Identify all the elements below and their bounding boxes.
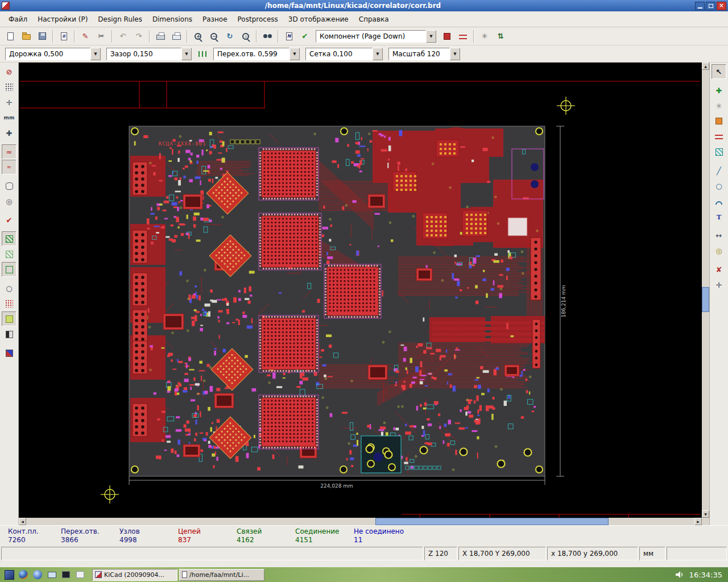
local-ratsnest-button[interactable]: ✳ <box>712 98 726 113</box>
print-button[interactable] <box>153 29 168 44</box>
zoom-select[interactable]: Масштаб 120 ▼ <box>388 48 460 60</box>
maximize-button[interactable] <box>706 2 715 10</box>
grid-dropdown-button[interactable]: ▼ <box>373 48 383 60</box>
mode-track-button[interactable] <box>456 29 470 44</box>
volume-icon[interactable] <box>675 571 684 579</box>
component-mode-select[interactable]: Компонент (Page Down) ▼ <box>316 30 436 43</box>
status-message-panel <box>1 547 423 560</box>
scroll-right-button[interactable]: ▶ <box>694 518 702 525</box>
add-line-button[interactable]: ╱ <box>712 163 726 178</box>
add-target-button[interactable]: ◎ <box>712 243 726 258</box>
terminal-button[interactable] <box>60 568 72 581</box>
auto-track-width-button[interactable] <box>195 47 210 61</box>
highlight-net-button[interactable]: ✚ <box>712 83 726 98</box>
vias-visibility-button[interactable]: ○ <box>2 281 16 296</box>
zoom-in-button[interactable]: + <box>191 29 205 44</box>
menu-dimensions[interactable]: Dimensions <box>147 13 197 26</box>
web-globe-button[interactable] <box>31 568 44 581</box>
track-width-dropdown-button[interactable]: ▼ <box>90 48 101 60</box>
pcb-canvas[interactable]: 224,028 mm186,214 mmКСЦА-ХХХХ-001 <box>19 63 702 518</box>
zoom-dropdown-button[interactable]: ▼ <box>450 48 460 60</box>
drc-off-button[interactable]: ⊘ <box>2 64 16 79</box>
track-width-select[interactable]: Дорожка 0,500 ▼ <box>5 48 101 60</box>
grid-visibility-button[interactable] <box>2 80 16 94</box>
layers-pair-button[interactable] <box>2 346 16 360</box>
mode-footprint-button[interactable] <box>440 29 454 44</box>
add-text-button[interactable]: T <box>712 209 726 224</box>
add-footprint-button[interactable] <box>712 114 726 128</box>
start-menu-button[interactable] <box>3 568 15 581</box>
menu-preferences[interactable]: Настройки (P) <box>32 13 93 26</box>
plot-button[interactable]: ✎ <box>78 29 93 44</box>
layer-manager-button[interactable] <box>2 311 16 326</box>
menu-postprocess[interactable]: Postprocess <box>233 13 283 26</box>
menu-file[interactable]: Файл <box>3 13 32 26</box>
terminal-icon <box>62 571 70 578</box>
zones-show-button[interactable] <box>2 231 16 246</box>
vertical-scrollbar[interactable]: ▲ ▼ <box>702 63 709 518</box>
scroll-left-button[interactable]: ◀ <box>19 518 26 525</box>
delete-items-button[interactable]: ✘ <box>712 262 726 277</box>
ratsnest-module-button[interactable]: ≈ <box>2 160 16 174</box>
menu-design-rules[interactable]: Design Rules <box>93 13 147 26</box>
component-mode-dropdown-button[interactable]: ▼ <box>426 30 436 43</box>
taskbar-task-0[interactable]: KiCad (20090904... <box>92 569 177 581</box>
units-mm-button[interactable]: mm <box>2 110 16 125</box>
polar-coords-button[interactable]: ✛ <box>2 95 16 110</box>
undo-button[interactable]: ↶ <box>115 29 130 44</box>
scroll-down-button[interactable]: ▼ <box>702 510 709 518</box>
taskbar-task-1[interactable]: /home/faa/mnt/Li... <box>179 569 264 581</box>
menu-3d-display[interactable]: 3D отображение <box>283 13 354 26</box>
add-dimension-button[interactable]: ↔ <box>712 228 726 243</box>
close-button[interactable]: × <box>717 2 726 10</box>
high-contrast-button[interactable] <box>2 327 16 342</box>
display-button[interactable] <box>46 568 58 581</box>
vertical-scrollbar-thumb[interactable] <box>702 287 709 312</box>
menu-help[interactable]: Справка <box>354 13 394 26</box>
cut-button[interactable]: ✂ <box>94 29 109 44</box>
vias-sketch-icon: ◎ <box>6 198 12 205</box>
track-drc-check-button[interactable]: ✔ <box>2 213 16 227</box>
cursor-shape-button[interactable]: ✚ <box>2 126 16 140</box>
autoroute-mode-button[interactable]: ⇅ <box>493 29 508 44</box>
zones-outline-button[interactable] <box>2 262 16 277</box>
add-circle-button[interactable]: ○ <box>712 178 726 193</box>
pointer-button[interactable]: ↖ <box>712 64 726 79</box>
minimize-button[interactable] <box>695 2 705 10</box>
horizontal-scrollbar-thumb[interactable] <box>375 518 609 525</box>
add-arc-button[interactable] <box>712 194 726 209</box>
ratsnest-general-button[interactable]: ≈ <box>2 144 16 159</box>
clearance-select[interactable]: Зазор 0,150 ▼ <box>106 48 192 60</box>
autoroute-mode-icon: ⇅ <box>498 32 504 40</box>
add-track-button[interactable] <box>712 129 726 144</box>
save-button[interactable] <box>35 29 49 44</box>
show-desktop-button[interactable] <box>74 568 86 581</box>
zoom-out-icon: − <box>210 33 217 40</box>
grid-select[interactable]: Сетка 0,100 ▼ <box>305 48 383 60</box>
clearance-dropdown-button[interactable]: ▼ <box>181 48 192 60</box>
menu-misc[interactable]: Разное <box>197 13 233 26</box>
find-button[interactable] <box>260 29 275 44</box>
via-size-select[interactable]: Перех.отв. 0,599 ▼ <box>213 48 300 60</box>
scroll-up-button[interactable]: ▲ <box>702 63 709 70</box>
firefox-button[interactable] <box>17 568 30 581</box>
open-button[interactable] <box>19 29 34 44</box>
zoom-out-button[interactable]: − <box>206 29 221 44</box>
grid-dots-red-button[interactable] <box>2 296 16 311</box>
redraw-button[interactable]: ↻ <box>222 29 237 44</box>
set-offset-button[interactable]: ✛ <box>712 277 726 292</box>
sheet-settings-button[interactable]: ≡ <box>56 29 71 44</box>
vias-sketch-button[interactable]: ◎ <box>2 194 16 209</box>
print-preview-button[interactable] <box>169 29 184 44</box>
redo-button[interactable]: ↷ <box>131 29 146 44</box>
netlist-button[interactable]: N <box>282 29 296 44</box>
via-size-dropdown-button[interactable]: ▼ <box>289 48 300 60</box>
horizontal-scrollbar[interactable]: ◀ ▶ <box>19 518 702 525</box>
drc-button[interactable]: ✔ <box>297 29 312 44</box>
new-button[interactable] <box>3 29 18 44</box>
add-zone-button[interactable] <box>712 144 726 159</box>
zoom-fit-button[interactable]: ▫ <box>238 29 253 44</box>
pads-sketch-button[interactable] <box>2 178 16 193</box>
ratsnest-mode-button[interactable]: ✳ <box>477 29 492 44</box>
zones-hatch-button[interactable] <box>2 247 16 261</box>
